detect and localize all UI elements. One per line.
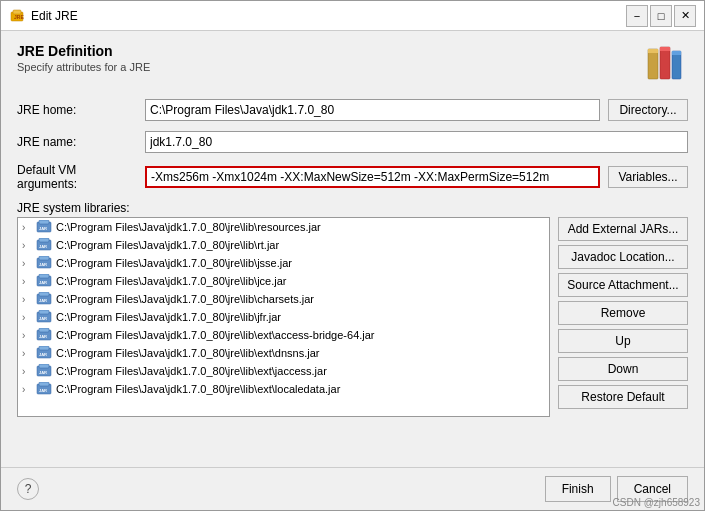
svg-rect-34 — [39, 364, 49, 368]
list-item[interactable]: › JAR C:\Program Files\Java\jdk1.7.0_80\… — [18, 362, 549, 380]
jar-icon: JAR — [36, 238, 52, 252]
expand-arrow: › — [22, 222, 32, 233]
library-path: C:\Program Files\Java\jdk1.7.0_80\jre\li… — [56, 293, 314, 305]
library-buttons: Add External JARs...Javadoc Location...S… — [558, 217, 688, 417]
jre-name-row: JRE name: — [17, 131, 688, 153]
header-text: JRE Definition Specify attributes for a … — [17, 43, 150, 73]
jar-icon: JAR — [36, 256, 52, 270]
help-button[interactable]: ? — [17, 478, 39, 500]
title-bar-controls: − □ ✕ — [626, 5, 696, 27]
libraries-label: JRE system libraries: — [17, 201, 688, 215]
vm-args-input[interactable] — [145, 166, 600, 188]
expand-arrow: › — [22, 294, 32, 305]
library-path: C:\Program Files\Java\jdk1.7.0_80\jre\li… — [56, 347, 320, 359]
svg-text:JAR: JAR — [39, 244, 47, 249]
svg-text:JAR: JAR — [39, 334, 47, 339]
list-item[interactable]: › JAR C:\Program Files\Java\jdk1.7.0_80\… — [18, 236, 549, 254]
library-path: C:\Program Files\Java\jdk1.7.0_80\jre\li… — [56, 257, 292, 269]
window-title: Edit JRE — [31, 9, 78, 23]
header-section: JRE Definition Specify attributes for a … — [17, 43, 688, 87]
list-item[interactable]: › JAR C:\Program Files\Java\jdk1.7.0_80\… — [18, 272, 549, 290]
svg-rect-31 — [39, 346, 49, 350]
svg-rect-10 — [39, 220, 49, 224]
javadoc-location--button[interactable]: Javadoc Location... — [558, 245, 688, 269]
svg-rect-7 — [672, 51, 681, 79]
svg-rect-37 — [39, 382, 49, 386]
list-item[interactable]: › JAR C:\Program Files\Java\jdk1.7.0_80\… — [18, 308, 549, 326]
vm-args-row: Default VM arguments: Variables... — [17, 163, 688, 191]
library-path: C:\Program Files\Java\jdk1.7.0_80\jre\li… — [56, 383, 340, 395]
jre-name-input[interactable] — [145, 131, 688, 153]
svg-rect-6 — [660, 47, 670, 51]
list-item[interactable]: › JAR C:\Program Files\Java\jdk1.7.0_80\… — [18, 218, 549, 236]
watermark: CSDN @zjh658923 — [613, 497, 700, 508]
jar-icon: JAR — [36, 346, 52, 360]
svg-rect-5 — [660, 47, 670, 79]
library-list-inner[interactable]: › JAR C:\Program Files\Java\jdk1.7.0_80\… — [18, 218, 549, 416]
library-path: C:\Program Files\Java\jdk1.7.0_80\jre\li… — [56, 329, 375, 341]
jre-home-row: JRE home: Directory... — [17, 99, 688, 121]
library-list: › JAR C:\Program Files\Java\jdk1.7.0_80\… — [18, 218, 549, 398]
jar-icon: JAR — [36, 364, 52, 378]
list-item[interactable]: › JAR C:\Program Files\Java\jdk1.7.0_80\… — [18, 344, 549, 362]
library-path: C:\Program Files\Java\jdk1.7.0_80\jre\li… — [56, 221, 321, 233]
expand-arrow: › — [22, 312, 32, 323]
expand-arrow: › — [22, 366, 32, 377]
library-path: C:\Program Files\Java\jdk1.7.0_80\jre\li… — [56, 239, 279, 251]
restore-button[interactable]: □ — [650, 5, 672, 27]
svg-rect-19 — [39, 274, 49, 278]
list-item[interactable]: › JAR C:\Program Files\Java\jdk1.7.0_80\… — [18, 326, 549, 344]
window: JRE Edit JRE − □ ✕ JRE Definition Specif… — [0, 0, 705, 511]
svg-text:JAR: JAR — [39, 352, 47, 357]
books-icon — [640, 39, 688, 87]
svg-text:JAR: JAR — [39, 388, 47, 393]
svg-text:JAR: JAR — [39, 280, 47, 285]
svg-text:JAR: JAR — [39, 226, 47, 231]
page-title: JRE Definition — [17, 43, 150, 59]
finish-button[interactable]: Finish — [545, 476, 611, 502]
jar-icon: JAR — [36, 292, 52, 306]
library-path: C:\Program Files\Java\jdk1.7.0_80\jre\li… — [56, 275, 286, 287]
bottom-bar: ? Finish Cancel — [1, 467, 704, 510]
minimize-button[interactable]: − — [626, 5, 648, 27]
expand-arrow: › — [22, 258, 32, 269]
libraries-area: › JAR C:\Program Files\Java\jdk1.7.0_80\… — [17, 217, 688, 417]
up-button[interactable]: Up — [558, 329, 688, 353]
svg-rect-4 — [648, 49, 658, 53]
svg-text:JAR: JAR — [39, 370, 47, 375]
expand-arrow: › — [22, 240, 32, 251]
remove-button[interactable]: Remove — [558, 301, 688, 325]
library-path: C:\Program Files\Java\jdk1.7.0_80\jre\li… — [56, 365, 327, 377]
content-area: JRE Definition Specify attributes for a … — [1, 31, 704, 467]
svg-rect-28 — [39, 328, 49, 332]
jar-icon: JAR — [36, 220, 52, 234]
expand-arrow: › — [22, 276, 32, 287]
add-external-jars--button[interactable]: Add External JARs... — [558, 217, 688, 241]
source-attachment--button[interactable]: Source Attachment... — [558, 273, 688, 297]
restore-default-button[interactable]: Restore Default — [558, 385, 688, 409]
expand-arrow: › — [22, 330, 32, 341]
svg-rect-13 — [39, 238, 49, 242]
title-bar-left: JRE Edit JRE — [9, 8, 78, 24]
svg-rect-3 — [648, 49, 658, 79]
jar-icon: JAR — [36, 310, 52, 324]
list-item[interactable]: › JAR C:\Program Files\Java\jdk1.7.0_80\… — [18, 380, 549, 398]
title-bar: JRE Edit JRE − □ ✕ — [1, 1, 704, 31]
jre-home-input[interactable] — [145, 99, 600, 121]
svg-rect-25 — [39, 310, 49, 314]
list-item[interactable]: › JAR C:\Program Files\Java\jdk1.7.0_80\… — [18, 254, 549, 272]
jre-name-label: JRE name: — [17, 135, 137, 149]
expand-arrow: › — [22, 384, 32, 395]
directory-button[interactable]: Directory... — [608, 99, 688, 121]
close-button[interactable]: ✕ — [674, 5, 696, 27]
jar-icon: JAR — [36, 382, 52, 396]
jar-icon: JAR — [36, 274, 52, 288]
svg-text:JAR: JAR — [39, 298, 47, 303]
variables-button[interactable]: Variables... — [608, 166, 688, 188]
jar-icon: JAR — [36, 328, 52, 342]
svg-text:JAR: JAR — [39, 316, 47, 321]
window-icon: JRE — [9, 8, 25, 24]
svg-rect-16 — [39, 256, 49, 260]
down-button[interactable]: Down — [558, 357, 688, 381]
list-item[interactable]: › JAR C:\Program Files\Java\jdk1.7.0_80\… — [18, 290, 549, 308]
